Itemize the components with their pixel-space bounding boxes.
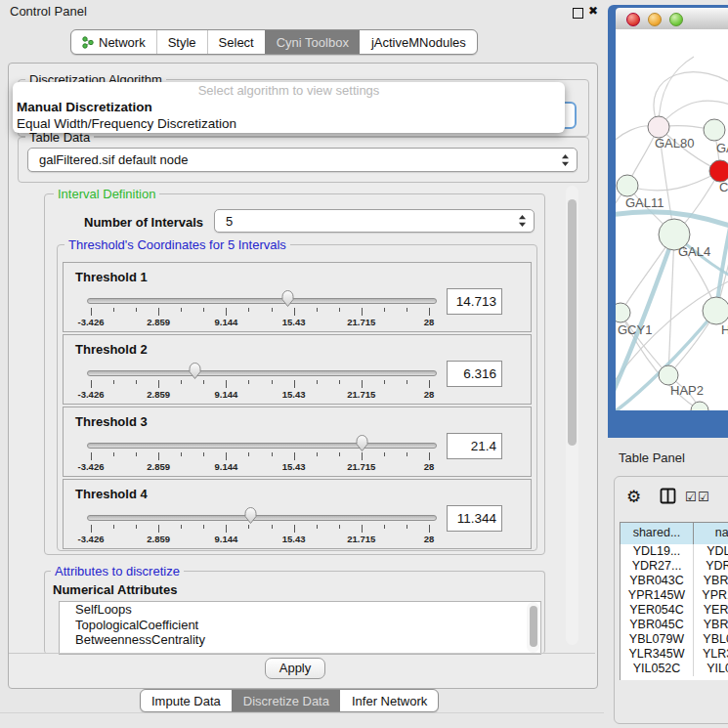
cell-name[interactable]: YBR043C bbox=[694, 574, 728, 588]
list-scrollbar-thumb[interactable] bbox=[530, 606, 537, 647]
table-row[interactable]: YDR27...YDR27... bbox=[621, 559, 728, 574]
network-node[interactable] bbox=[617, 175, 638, 196]
minimize-traffic-light-icon[interactable] bbox=[648, 13, 662, 26]
cell-shared-name[interactable]: YBL079W bbox=[621, 632, 694, 647]
tick-mark bbox=[158, 380, 159, 388]
table-row[interactable]: YBL079WYBL079W bbox=[621, 632, 728, 647]
tick-label: 9.144 bbox=[215, 389, 238, 400]
table-body: YDL19...YDL19...YDR27...YDR27...YBR043CY… bbox=[620, 544, 728, 680]
threshold-value-field[interactable]: 14.713 bbox=[447, 288, 502, 315]
number-of-intervals-value: 5 bbox=[226, 214, 233, 229]
attribute-item-topologicalcoefficient[interactable]: TopologicalCoefficient bbox=[60, 618, 540, 633]
attribute-item-betweennesscentrality[interactable]: BetweennessCentrality bbox=[60, 632, 540, 648]
network-node[interactable] bbox=[704, 119, 725, 141]
tab-cyni-toolbox[interactable]: Cyni Toolbox bbox=[265, 30, 360, 54]
float-window-icon[interactable] bbox=[573, 8, 583, 19]
tab-discretize-data[interactable]: Discretize Data bbox=[232, 690, 340, 711]
cell-name[interactable]: YLR345W bbox=[694, 647, 728, 662]
tab-infer-network[interactable]: Infer Network bbox=[340, 690, 438, 711]
network-node[interactable] bbox=[659, 365, 678, 385]
tab-style[interactable]: Style bbox=[156, 30, 207, 54]
tick-mark bbox=[429, 308, 430, 316]
slider-track[interactable] bbox=[87, 515, 437, 521]
gear-icon[interactable]: ⚙ bbox=[626, 487, 641, 506]
cell-name[interactable]: YDL19... bbox=[694, 544, 728, 559]
cell-shared-name[interactable]: YBR045C bbox=[621, 618, 694, 632]
slider-thumb[interactable] bbox=[243, 506, 258, 525]
cell-name[interactable]: YIL052C bbox=[694, 662, 728, 676]
zoom-traffic-light-icon[interactable] bbox=[669, 13, 683, 26]
cell-shared-name[interactable]: YBR043C bbox=[621, 574, 694, 588]
tick-mark bbox=[407, 452, 407, 456]
cell-shared-name[interactable]: YLR345W bbox=[621, 647, 694, 662]
table-row[interactable]: YBR045CYBR045C bbox=[621, 618, 728, 632]
table-row[interactable]: YBR043CYBR043C bbox=[621, 574, 728, 588]
slider-thumb[interactable] bbox=[188, 362, 202, 380]
dropdown-option-manual-discretization[interactable]: Manual Discretization bbox=[13, 99, 565, 115]
numerical-attributes-list[interactable]: SelfLoopsTopologicalCoefficientBetweenne… bbox=[59, 601, 541, 655]
tick-label: -3.426 bbox=[78, 461, 105, 472]
threshold-value-field[interactable]: 6.316 bbox=[447, 361, 502, 387]
tick-mark bbox=[339, 525, 340, 529]
panel-scrollbar-thumb[interactable] bbox=[568, 199, 577, 446]
network-node[interactable] bbox=[703, 297, 728, 324]
table-row[interactable]: YIL052CYIL052C bbox=[621, 662, 728, 676]
close-icon[interactable]: ✖ bbox=[588, 4, 598, 18]
dropdown-option-equal-width-frequency-discretization[interactable]: Equal Width/Frequency Discretization bbox=[13, 115, 565, 132]
tab-jactivemnodules[interactable]: jActiveMNodules bbox=[360, 30, 477, 54]
threshold-value-field[interactable]: 11.344 bbox=[447, 505, 502, 532]
column-header-name[interactable]: name bbox=[694, 523, 728, 544]
network-node[interactable] bbox=[709, 160, 728, 182]
network-edge[interactable] bbox=[627, 171, 720, 191]
table-data-combobox[interactable]: galFiltered.sif default node bbox=[27, 148, 578, 172]
number-of-intervals-combobox[interactable]: 5 bbox=[214, 209, 535, 233]
cell-shared-name[interactable]: YIL052C bbox=[621, 662, 694, 676]
tick-label: 9.144 bbox=[215, 534, 238, 544]
slider-track[interactable] bbox=[87, 443, 437, 449]
threshold-value-field[interactable]: 21.4 bbox=[447, 433, 502, 459]
cell-shared-name[interactable]: YDR27... bbox=[621, 559, 694, 574]
table-row[interactable]: YLR345WYLR345W bbox=[621, 647, 728, 662]
tick-mark bbox=[362, 308, 363, 316]
slider-track[interactable] bbox=[87, 298, 437, 304]
column-header-shared-name[interactable]: shared... bbox=[621, 523, 694, 544]
network-canvas[interactable]: GAL80GACGAL11GAL4GCY1HHAP2 bbox=[616, 29, 728, 410]
cell-shared-name[interactable]: YPR145W bbox=[621, 588, 694, 603]
attributes-group-label: Attributes to discretize bbox=[51, 564, 184, 578]
tab-network[interactable]: Network bbox=[71, 30, 156, 54]
cell-shared-name[interactable]: YDL19... bbox=[621, 544, 694, 559]
slider-thumb[interactable] bbox=[280, 289, 295, 308]
tick-label: 2.859 bbox=[147, 317, 170, 327]
attribute-item-selfloops[interactable]: SelfLoops bbox=[60, 602, 540, 618]
network-window-titlebar[interactable] bbox=[616, 8, 728, 30]
table-row[interactable]: YPR145WYPR145W bbox=[621, 588, 728, 603]
network-window[interactable]: GAL80GACGAL11GAL4GCY1HHAP2 bbox=[608, 5, 728, 438]
cell-name[interactable]: YBL079W bbox=[694, 632, 728, 647]
cell-name[interactable]: YDR27... bbox=[694, 559, 728, 574]
network-node[interactable] bbox=[691, 402, 708, 410]
cell-name[interactable]: YER054C bbox=[694, 603, 728, 618]
number-of-intervals-label: Number of Intervals bbox=[84, 215, 203, 230]
checkbox-icon[interactable]: ☑ bbox=[698, 490, 709, 504]
slider-thumb[interactable] bbox=[355, 434, 369, 452]
tab-select[interactable]: Select bbox=[207, 30, 265, 54]
close-traffic-light-icon[interactable] bbox=[626, 13, 640, 26]
table-row[interactable]: YER054CYER054C bbox=[621, 603, 728, 618]
cell-name[interactable]: YPR145W bbox=[694, 588, 728, 603]
slider-track[interactable] bbox=[87, 370, 437, 376]
network-node[interactable] bbox=[616, 303, 630, 322]
columns-icon[interactable] bbox=[660, 488, 676, 504]
tick-mark bbox=[226, 380, 227, 388]
tab-impute-data[interactable]: Impute Data bbox=[141, 690, 232, 711]
checkbox-icon[interactable]: ☑ bbox=[685, 490, 697, 504]
network-node[interactable] bbox=[648, 116, 669, 138]
tick-mark bbox=[203, 452, 204, 456]
network-edge[interactable] bbox=[668, 235, 674, 375]
tick-mark bbox=[91, 380, 92, 388]
cell-shared-name[interactable]: YER054C bbox=[621, 603, 694, 618]
network-edge[interactable] bbox=[659, 57, 694, 127]
apply-button[interactable]: Apply bbox=[265, 658, 325, 679]
cell-name[interactable]: YBR045C bbox=[694, 618, 728, 632]
threshold-label: Threshold 3 bbox=[75, 414, 148, 429]
table-row[interactable]: YDL19...YDL19... bbox=[621, 544, 728, 559]
